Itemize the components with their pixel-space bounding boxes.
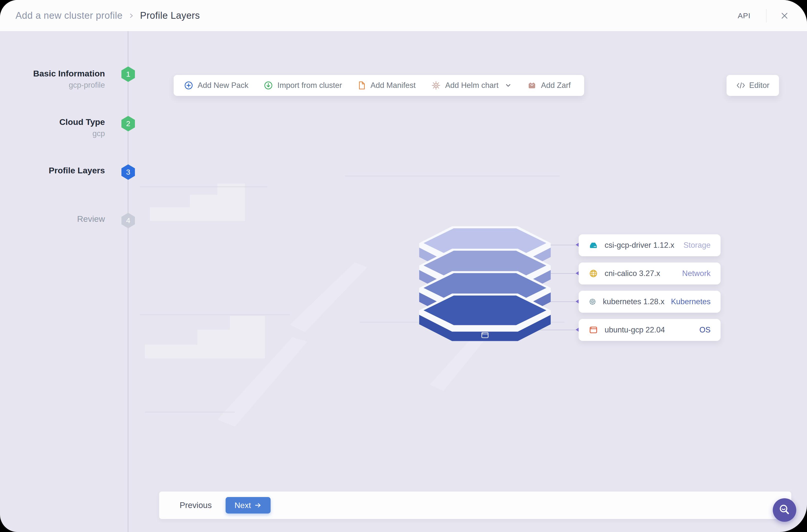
layer-category: Kubernetes [671,297,711,306]
step-badge-2: 2 [121,116,135,131]
add-new-pack-button[interactable]: Add New Pack [184,81,248,90]
layer-card-os[interactable]: ubuntu-gcp 22.04 OS [579,319,720,341]
layer-category: Storage [683,241,711,250]
step-badge-4: 4 [121,213,135,228]
layer-category: OS [699,325,711,335]
close-button[interactable] [777,9,791,23]
kubernetes-icon [589,297,596,307]
step-label: Review [10,214,105,224]
tool-item-label: Add Helm chart [445,81,499,90]
storage-icon [589,241,598,250]
stepper-connector-line [128,31,128,532]
chevron-right-icon [128,13,135,19]
profile-layer-stack[interactable] [417,226,553,342]
editor-button-label: Editor [749,81,770,90]
chevron-down-icon [504,82,512,89]
layer-category: Network [682,269,711,278]
connector-arrow-icon [575,242,579,247]
plus-circle-icon [184,81,193,90]
layer-card-storage[interactable]: csi-gcp-driver 1.12.x Storage [579,234,720,256]
tool-item-label: Add Zarf [541,81,571,90]
add-zarf-button[interactable]: Add Zarf [527,81,571,90]
step-sublabel: gcp [10,129,105,139]
arrow-right-icon [254,502,262,509]
add-cluster-profile-window: Add a new cluster profile Profile Layers… [0,0,807,532]
import-from-cluster-button[interactable]: Import from cluster [264,81,342,90]
connector-arrow-icon [575,299,579,304]
step-label: Profile Layers [10,165,105,175]
footer-bar: Previous Next [159,492,791,519]
close-icon [780,11,789,21]
step-sublabel: gcp-profile [10,80,105,90]
tool-item-label: Add New Pack [198,81,248,90]
sidebar-step-basic-information[interactable]: Basic Information gcp-profile [10,69,105,90]
manifest-icon [358,81,366,90]
header-divider [766,9,767,22]
api-button[interactable]: API [731,8,757,23]
add-manifest-button[interactable]: Add Manifest [358,81,416,90]
layer-name: ubuntu-gcp 22.04 [605,325,665,335]
layer-card-kubernetes[interactable]: kubernetes 1.28.x Kubernetes [579,291,720,313]
next-button[interactable]: Next [226,497,270,514]
network-icon [589,269,598,278]
sidebar-step-profile-layers[interactable]: Profile Layers [10,165,105,175]
resource-center-button[interactable] [773,498,796,522]
layer-slab-os[interactable] [419,293,551,341]
zarf-icon [527,81,537,90]
search-smile-icon [778,504,791,516]
step-label: Basic Information [10,69,105,78]
page-title: Profile Layers [140,10,200,21]
connector-arrow-icon [575,271,579,276]
layer-name: kubernetes 1.28.x [603,297,664,306]
layer-name: cni-calico 3.27.x [605,269,660,278]
tool-item-label: Import from cluster [277,81,342,90]
add-helm-chart-button[interactable]: Add Helm chart [431,81,512,90]
code-icon [736,82,745,89]
step-badge-3: 3 [121,164,135,180]
step-label: Cloud Type [10,117,105,127]
breadcrumb-parent[interactable]: Add a new cluster profile [16,10,123,21]
tool-item-label: Add Manifest [371,81,416,90]
layer-name: csi-gcp-driver 1.12.x [605,241,674,250]
helm-icon [431,81,441,90]
layer-card-network[interactable]: cni-calico 3.27.x Network [579,263,720,284]
import-icon [264,81,273,90]
sidebar-step-cloud-type[interactable]: Cloud Type gcp [10,117,105,139]
header-bar: Add a new cluster profile Profile Layers… [0,0,807,31]
previous-button[interactable]: Previous [180,500,212,510]
pack-toolbar: Add New Pack Import from cluster Add Man… [174,75,584,96]
next-button-label: Next [234,501,251,510]
editor-button[interactable]: Editor [727,75,779,96]
os-icon [589,325,598,335]
sidebar-step-review[interactable]: Review [10,214,105,224]
step-badge-1: 1 [121,66,135,82]
connector-arrow-icon [575,327,579,332]
